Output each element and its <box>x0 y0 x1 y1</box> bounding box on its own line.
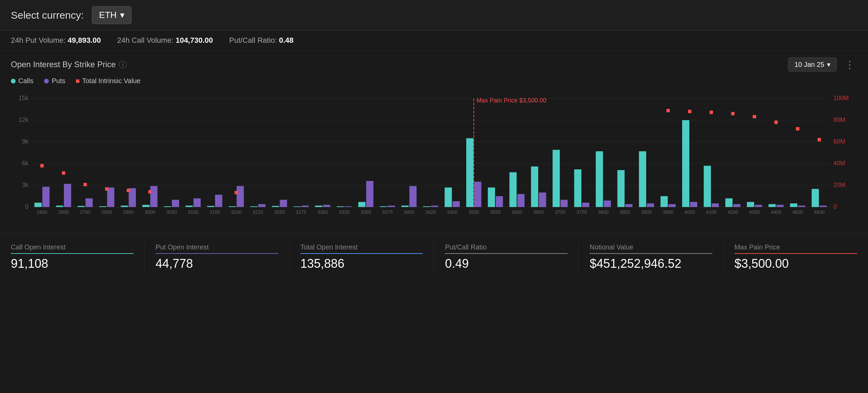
svg-rect-71 <box>401 206 409 207</box>
info-icon[interactable]: i <box>119 61 126 68</box>
svg-rect-119 <box>747 202 754 207</box>
svg-rect-66 <box>366 181 373 207</box>
svg-text:4000: 4000 <box>685 209 695 215</box>
svg-rect-128 <box>812 189 819 207</box>
svg-text:Max Pain Price $3,500.00: Max Pain Price $3,500.00 <box>476 97 546 104</box>
svg-text:2900: 2900 <box>123 209 134 215</box>
svg-rect-139 <box>796 127 799 131</box>
put-volume-value: 49,893.00 <box>68 36 101 44</box>
svg-text:3500: 3500 <box>469 209 479 215</box>
svg-text:9k: 9k <box>22 138 29 145</box>
svg-rect-120 <box>755 205 762 207</box>
svg-rect-83 <box>488 187 495 207</box>
svg-text:2600: 2600 <box>58 209 69 215</box>
svg-text:0: 0 <box>833 203 837 210</box>
svg-rect-110 <box>682 120 689 207</box>
svg-text:3900: 3900 <box>641 209 652 215</box>
svg-rect-96 <box>582 203 589 207</box>
svg-rect-122 <box>769 204 776 207</box>
svg-rect-48 <box>237 186 244 207</box>
svg-rect-131 <box>40 164 44 167</box>
put-volume-label: 24h Put Volume: <box>11 36 65 44</box>
svg-text:3k: 3k <box>22 182 29 188</box>
svg-rect-26 <box>78 206 85 207</box>
svg-rect-117 <box>733 204 740 207</box>
svg-text:40M: 40M <box>833 160 845 167</box>
call-volume-label: 24h Call Volume: <box>117 36 173 44</box>
put-oi-card: Put Open Interest 44,778 <box>156 241 290 274</box>
svg-text:80M: 80M <box>833 116 845 123</box>
chart-title-group: Open Interest By Strike Price i <box>11 60 126 69</box>
svg-text:3375: 3375 <box>382 209 393 215</box>
svg-rect-125 <box>790 203 797 207</box>
put-call-ratio-value: 0.48 <box>279 36 294 44</box>
puts-label: Puts <box>52 77 65 85</box>
svg-rect-133 <box>83 183 87 186</box>
svg-text:3200: 3200 <box>231 209 241 215</box>
svg-rect-24 <box>64 184 71 207</box>
svg-rect-39 <box>172 200 179 207</box>
svg-text:3800: 3800 <box>598 209 609 215</box>
svg-rect-80 <box>466 138 473 207</box>
svg-rect-63 <box>344 206 352 207</box>
svg-text:3150: 3150 <box>210 209 220 215</box>
ratio-value: 0.49 <box>445 257 568 271</box>
svg-text:12k: 12k <box>19 116 29 123</box>
svg-rect-135 <box>127 189 130 192</box>
svg-text:3250: 3250 <box>274 209 285 215</box>
svg-text:3425: 3425 <box>425 209 436 215</box>
svg-rect-21 <box>42 187 50 207</box>
svg-text:3650: 3650 <box>533 209 544 215</box>
svg-rect-44 <box>207 206 214 207</box>
call-oi-title: Call Open Interest <box>11 243 134 254</box>
total-oi-value: 135,886 <box>300 257 423 271</box>
svg-rect-41 <box>185 206 193 207</box>
svg-rect-69 <box>388 206 395 207</box>
svg-rect-140 <box>774 120 778 124</box>
svg-rect-123 <box>776 205 784 207</box>
svg-rect-36 <box>150 186 157 207</box>
svg-rect-143 <box>710 111 713 114</box>
chart-area: 03k6k9k12k15k100M80M60M40M20M0Max Pain P… <box>11 88 857 224</box>
call-oi-value: 91,108 <box>11 257 134 271</box>
total-oi-title: Total Open Interest <box>300 243 423 254</box>
svg-text:4200: 4200 <box>728 209 738 215</box>
legend-tiv: Total Intrinsic Value <box>76 77 140 85</box>
svg-text:3450: 3450 <box>447 209 457 215</box>
svg-text:4600: 4600 <box>792 209 803 215</box>
svg-rect-98 <box>596 151 603 207</box>
svg-rect-116 <box>725 198 732 207</box>
svg-rect-75 <box>431 206 438 207</box>
svg-text:2800: 2800 <box>101 209 112 215</box>
svg-text:3600: 3600 <box>512 209 522 215</box>
put-call-ratio-stat: Put/Call Ratio: 0.48 <box>229 36 294 45</box>
svg-rect-35 <box>142 205 150 207</box>
put-oi-title: Put Open Interest <box>156 243 278 254</box>
svg-rect-134 <box>105 187 108 191</box>
date-selector-button[interactable]: 10 Jan 25 ▾ <box>788 57 837 72</box>
svg-text:3100: 3100 <box>188 209 198 215</box>
svg-text:0: 0 <box>25 203 28 210</box>
stats-bar: 24h Put Volume: 49,893.00 24h Call Volum… <box>0 31 868 51</box>
svg-rect-107 <box>660 196 668 207</box>
svg-rect-101 <box>617 170 625 207</box>
svg-rect-56 <box>294 206 301 207</box>
svg-rect-138 <box>817 138 821 142</box>
put-call-ratio-card: Put/Call Ratio 0.49 <box>445 241 579 274</box>
more-options-button[interactable]: ⋮ <box>842 58 857 72</box>
summary-bar: Call Open Interest 91,108 Put Open Inter… <box>0 233 868 274</box>
call-oi-card: Call Open Interest 91,108 <box>11 241 145 274</box>
max-pain-card: Max Pain Price $3,500.00 <box>734 241 857 274</box>
header: Select currency: ETH ▾ <box>0 0 868 31</box>
svg-rect-105 <box>647 203 654 207</box>
svg-text:3300: 3300 <box>317 209 328 215</box>
svg-rect-53 <box>272 206 279 207</box>
chart-svg: 03k6k9k12k15k100M80M60M40M20M0Max Pain P… <box>11 88 857 224</box>
dropdown-icon: ▾ <box>120 10 124 20</box>
svg-text:4400: 4400 <box>771 209 781 215</box>
svg-text:3000: 3000 <box>145 209 155 215</box>
currency-dropdown[interactable]: ETH ▾ <box>92 6 132 24</box>
svg-text:3275: 3275 <box>296 209 306 215</box>
svg-rect-54 <box>280 200 287 207</box>
svg-rect-84 <box>496 196 503 207</box>
